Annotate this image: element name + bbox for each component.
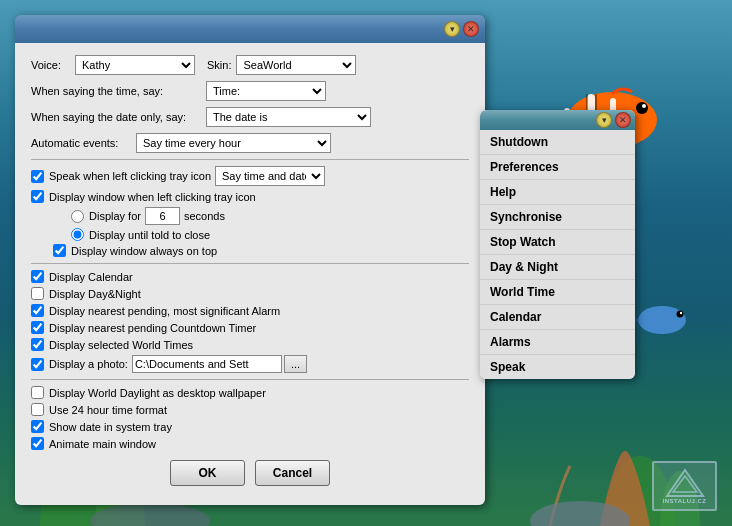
bottom-buttons: OK Cancel [31,460,469,494]
show-date-tray-label: Show date in system tray [49,421,172,433]
auto-events-label: Automatic events: [31,137,136,149]
menu-item-help[interactable]: Help [480,180,635,205]
saying-date-label: When saying the date only, say: [31,111,206,123]
saying-time-label: When saying the time, say: [31,85,206,97]
speak-left-click-select[interactable]: Say time and date [215,166,325,186]
display-world-times-label: Display selected World Times [49,339,193,351]
main-preferences-window: ▾ ✕ Voice: Kathy Skin: SeaWorld When say… [15,15,485,505]
divider-3 [31,379,469,380]
context-menu-window: ▾ ✕ Shutdown Preferences Help Synchronis… [480,110,635,379]
context-menu-items: Shutdown Preferences Help Synchronise St… [480,130,635,379]
display-always-label: Display window always on top [71,245,217,257]
display-daynight-label: Display Day&Night [49,288,141,300]
svg-point-17 [638,306,686,334]
display-countdown-checkbox[interactable] [31,321,44,334]
ok-button[interactable]: OK [170,460,245,486]
display-seconds-unit: seconds [184,210,225,222]
voice-label: Voice: [31,59,75,71]
menu-item-speak[interactable]: Speak [480,355,635,379]
speak-left-click-checkbox[interactable] [31,170,44,183]
saying-time-select[interactable]: Time: [206,81,326,101]
context-titlebar: ▾ ✕ [480,110,635,130]
display-photo-checkbox[interactable] [31,358,44,371]
saying-date-select[interactable]: The date is [206,107,371,127]
use-24hour-row: Use 24 hour time format [31,403,469,416]
svg-point-18 [677,311,684,318]
saying-time-row: When saying the time, say: Time: [31,81,469,101]
display-calendar-label: Display Calendar [49,271,133,283]
display-world-times-row: Display selected World Times [31,338,469,351]
display-calendar-row: Display Calendar [31,270,469,283]
display-for-row: Display for seconds [51,207,469,225]
display-daylight-label: Display World Daylight as desktop wallpa… [49,387,266,399]
display-daynight-checkbox[interactable] [31,287,44,300]
svg-point-12 [636,102,648,114]
display-countdown-label: Display nearest pending Countdown Timer [49,322,256,334]
use-24hour-checkbox[interactable] [31,403,44,416]
display-calendar-checkbox[interactable] [31,270,44,283]
show-date-tray-checkbox[interactable] [31,420,44,433]
watermark-text: INSTALUJ.CZ [662,498,706,504]
display-daylight-checkbox[interactable] [31,386,44,399]
speak-left-click-label: Speak when left clicking tray icon [49,170,211,182]
menu-item-calendar[interactable]: Calendar [480,305,635,330]
voice-skin-row: Voice: Kathy Skin: SeaWorld [31,55,469,75]
display-until-row: Display until told to close [51,228,469,241]
display-alarm-label: Display nearest pending, most significan… [49,305,280,317]
menu-item-world-time[interactable]: World Time [480,280,635,305]
display-until-radio[interactable] [71,228,84,241]
saying-date-row: When saying the date only, say: The date… [31,107,469,127]
display-countdown-row: Display nearest pending Countdown Timer [31,321,469,334]
skin-label: Skin: [207,59,231,71]
display-alarm-row: Display nearest pending, most significan… [31,304,469,317]
display-daylight-row: Display World Daylight as desktop wallpa… [31,386,469,399]
menu-item-day-night[interactable]: Day & Night [480,255,635,280]
divider-2 [31,263,469,264]
skin-select[interactable]: SeaWorld [236,55,356,75]
voice-select[interactable]: Kathy [75,55,195,75]
display-photo-row: Display a photo: ... [31,355,469,373]
main-titlebar: ▾ ✕ [15,15,485,43]
display-until-label: Display until told to close [89,229,210,241]
animate-main-checkbox[interactable] [31,437,44,450]
display-for-label: Display for [89,210,141,222]
menu-item-shutdown[interactable]: Shutdown [480,130,635,155]
auto-events-row: Automatic events: Say time every hour [31,133,469,153]
watermark: INSTALUJ.CZ [652,461,722,516]
divider-1 [31,159,469,160]
browse-button[interactable]: ... [284,355,307,373]
context-close-button[interactable]: ✕ [615,112,631,128]
minimize-button[interactable]: ▾ [444,21,460,37]
display-window-label: Display window when left clicking tray i… [49,191,256,203]
svg-point-13 [642,104,646,108]
display-daynight-row: Display Day&Night [31,287,469,300]
menu-item-preferences[interactable]: Preferences [480,155,635,180]
display-window-checkbox[interactable] [31,190,44,203]
display-for-radio[interactable] [71,210,84,223]
menu-item-stop-watch[interactable]: Stop Watch [480,230,635,255]
speak-left-click-row: Speak when left clicking tray icon Say t… [31,166,469,186]
animate-main-row: Animate main window [31,437,469,450]
preferences-content: Voice: Kathy Skin: SeaWorld When saying … [15,43,485,505]
cancel-button[interactable]: Cancel [255,460,330,486]
display-alarm-checkbox[interactable] [31,304,44,317]
svg-point-19 [680,312,682,314]
animate-main-label: Animate main window [49,438,156,450]
svg-marker-21 [673,476,697,492]
display-always-checkbox[interactable] [53,244,66,257]
auto-events-select[interactable]: Say time every hour [136,133,331,153]
use-24hour-label: Use 24 hour time format [49,404,167,416]
display-world-times-checkbox[interactable] [31,338,44,351]
context-minimize-button[interactable]: ▾ [596,112,612,128]
display-seconds-input[interactable] [145,207,180,225]
menu-item-alarms[interactable]: Alarms [480,330,635,355]
photo-path-input[interactable] [132,355,282,373]
menu-item-synchronise[interactable]: Synchronise [480,205,635,230]
close-button[interactable]: ✕ [463,21,479,37]
display-always-row: Display window always on top [31,244,469,257]
display-window-row: Display window when left clicking tray i… [31,190,469,203]
display-photo-label: Display a photo: [49,358,128,370]
show-date-tray-row: Show date in system tray [31,420,469,433]
